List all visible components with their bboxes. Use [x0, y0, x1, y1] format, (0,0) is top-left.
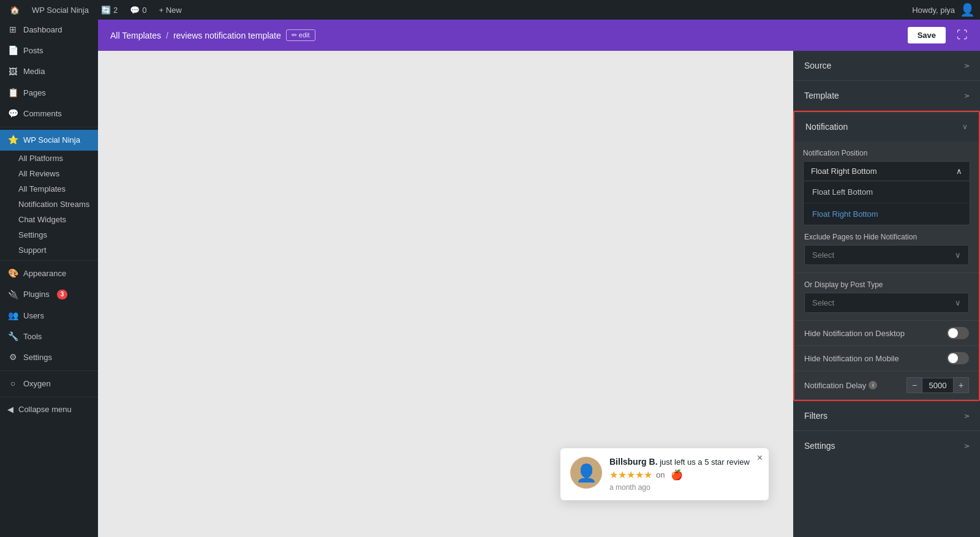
exclude-pages-field: Exclude Pages to Hide Notification Selec… — [794, 225, 979, 273]
save-button[interactable]: Save — [908, 27, 946, 43]
hide-mobile-row: Hide Notification on Mobile — [794, 346, 979, 371]
delay-controls: − 5000 + — [907, 377, 969, 393]
post-type-placeholder: Select — [812, 298, 834, 307]
posts-icon: 📄 — [7, 45, 18, 56]
position-selected-value: Float Right Bottom — [811, 167, 877, 176]
edit-label: ✏ edit — [292, 31, 310, 39]
admin-bar-new[interactable]: + New — [154, 0, 186, 20]
sidebar-sub-all-reviews[interactable]: All Reviews — [0, 166, 98, 181]
post-type-select[interactable]: Select ∨ — [804, 293, 969, 313]
position-field-wrapper: Notification Position Float Right Bottom… — [794, 141, 979, 225]
option-float-left-bottom[interactable]: Float Left Bottom — [804, 181, 970, 203]
sidebar-sub-support[interactable]: Support — [0, 242, 98, 258]
sidebar-item-users[interactable]: 👥 Users — [0, 306, 98, 326]
source-section: Source ∨ — [793, 51, 980, 81]
sidebar-item-tools[interactable]: 🔧 Tools — [0, 326, 98, 347]
notification-stars: ★★★★★ — [609, 469, 652, 481]
delay-info-icon[interactable]: i — [869, 381, 877, 389]
sidebar-item-posts[interactable]: 📄 Posts — [0, 40, 98, 61]
settings-bottom-chevron: ∨ — [962, 443, 971, 449]
notification-close-icon[interactable]: × — [757, 453, 763, 463]
sidebar-item-comments[interactable]: 💬 Comments — [0, 103, 98, 124]
source-section-header[interactable]: Source ∨ — [793, 51, 980, 80]
sidebar-sub-all-platforms[interactable]: All Platforms — [0, 151, 98, 166]
sidebar-item-media[interactable]: 🖼 Media — [0, 61, 98, 82]
notification-text: Billsburg B. just left us a 5 star revie… — [609, 457, 759, 467]
breadcrumb-parent[interactable]: All Templates — [110, 31, 161, 40]
sidebar-media-label: Media — [23, 66, 45, 77]
notification-rating-row: ★★★★★ on 🍎 — [609, 469, 759, 481]
template-section: Template ∨ — [793, 81, 980, 111]
tools-icon: 🔧 — [7, 331, 18, 342]
template-label: Template — [804, 91, 839, 100]
hide-desktop-row: Hide Notification on Desktop — [794, 321, 979, 346]
notification-section-header[interactable]: Notification ∨ — [794, 112, 979, 141]
sidebar-divider-2 — [0, 260, 98, 261]
source-label: Source — [804, 61, 831, 70]
delay-value: 5000 — [922, 378, 953, 393]
sidebar-appearance-label: Appearance — [23, 268, 66, 279]
sidebar-item-appearance[interactable]: 🎨 Appearance — [0, 263, 98, 284]
sidebar-item-pages[interactable]: 📋 Pages — [0, 83, 98, 103]
position-select[interactable]: Float Right Bottom ∧ — [803, 161, 970, 181]
admin-bar: 🏠 WP Social Ninja 🔄 2 💬 0 + New Howdy, p… — [0, 0, 980, 20]
notification-name: Billsburg B. — [609, 457, 658, 467]
sidebar-sub-notification-streams[interactable]: Notification Streams — [0, 197, 98, 212]
delay-plus-button[interactable]: + — [953, 377, 969, 393]
sidebar-dashboard-label: Dashboard — [23, 24, 62, 36]
position-dropdown: Float Right Bottom ∧ Float Left Bottom F… — [803, 161, 970, 225]
sidebar-item-plugins[interactable]: 🔌 Plugins 3 — [0, 284, 98, 305]
site-name: WP Social Ninja — [32, 6, 89, 15]
filters-chevron: ∨ — [962, 413, 971, 419]
edit-badge[interactable]: ✏ edit — [286, 29, 315, 41]
notification-on-text: on — [656, 470, 665, 479]
wp-social-ninja-icon: ⭐ — [7, 135, 18, 146]
comments-icon: 💬 — [130, 6, 140, 15]
hide-mobile-toggle[interactable] — [947, 352, 969, 364]
dashboard-icon: ⊞ — [7, 24, 18, 36]
sidebar-item-oxygen[interactable]: ○ Oxygen — [0, 374, 98, 394]
sidebar-item-wp-social-ninja[interactable]: ⭐ WP Social Ninja — [0, 130, 98, 151]
sidebar-sub-all-templates[interactable]: All Templates — [0, 181, 98, 197]
sidebar-item-dashboard[interactable]: ⊞ Dashboard — [0, 20, 98, 40]
delay-minus-button[interactable]: − — [907, 377, 922, 393]
settings-bottom-section[interactable]: Settings ∨ — [793, 431, 980, 460]
sidebar-plugins-label: Plugins — [23, 289, 50, 300]
filters-section[interactable]: Filters ∨ — [793, 401, 980, 431]
position-label: Notification Position — [803, 149, 970, 157]
sidebar-sub-chat-widgets[interactable]: Chat Widgets — [0, 212, 98, 227]
home-icon: 🏠 — [10, 6, 20, 15]
hide-desktop-label: Hide Notification on Desktop — [804, 329, 905, 338]
content-area: All Templates / reviews notification tem… — [98, 20, 980, 537]
plugins-badge: 3 — [57, 290, 68, 299]
hide-desktop-toggle[interactable] — [947, 327, 969, 339]
collapse-menu-button[interactable]: ◀ Collapse menu — [0, 400, 98, 419]
right-panel: Source ∨ Template ∨ Notification ∨ — [793, 51, 980, 537]
header-bar: All Templates / reviews notification tem… — [98, 20, 980, 51]
exclude-pages-placeholder: Select — [812, 250, 834, 260]
option-float-right-bottom[interactable]: Float Right Bottom — [804, 203, 970, 225]
admin-bar-comments[interactable]: 💬 0 — [125, 0, 151, 20]
notification-platform: 🍎 — [671, 469, 683, 481]
admin-bar-updates[interactable]: 🔄 2 — [96, 0, 123, 20]
sidebar-item-settings[interactable]: ⚙ Settings — [0, 347, 98, 368]
template-section-header[interactable]: Template ∨ — [793, 81, 980, 110]
exclude-pages-select[interactable]: Select ∨ — [804, 245, 969, 265]
sidebar-sub-settings[interactable]: Settings — [0, 227, 98, 242]
template-chevron: ∨ — [962, 93, 971, 99]
sidebar-settings-label: Settings — [23, 352, 52, 363]
collapse-label: Collapse menu — [18, 405, 72, 414]
admin-bar-home[interactable]: 🏠 — [5, 0, 24, 20]
sidebar-divider-4 — [0, 397, 98, 397]
pages-icon: 📋 — [7, 88, 18, 99]
notification-avatar: 👤 — [570, 457, 602, 489]
filters-label: Filters — [804, 411, 827, 421]
post-type-chevron: ∨ — [955, 298, 961, 307]
breadcrumb-separator: / — [166, 31, 168, 40]
admin-bar-site[interactable]: WP Social Ninja — [27, 0, 94, 20]
sidebar-divider-3 — [0, 370, 98, 371]
position-dropdown-menu: Float Left Bottom Float Right Bottom — [803, 181, 970, 225]
fullscreen-icon[interactable]: ⛶ — [957, 29, 968, 42]
post-type-label: Or Display by Post Type — [804, 280, 969, 289]
admin-bar-right: Howdy, piya 👤 — [907, 2, 975, 17]
